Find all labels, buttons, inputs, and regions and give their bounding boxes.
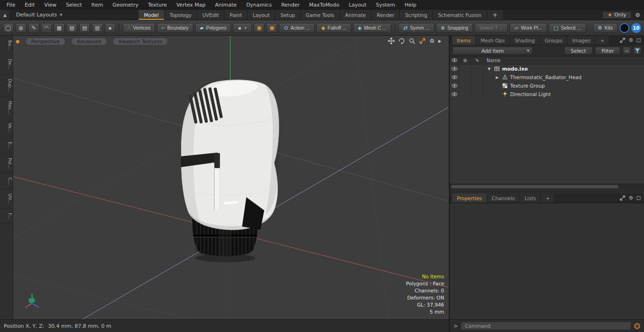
boundary-mode-button[interactable]: ⌐ Boundary <box>157 23 193 33</box>
viewport-canvas[interactable] <box>13 36 448 319</box>
expand-panel-icon[interactable] <box>620 38 625 43</box>
properties-tab[interactable]: Properties <box>452 194 487 202</box>
visibility-toggle[interactable] <box>450 65 459 73</box>
toolbox-category-tab[interactable]: Ba... <box>0 36 13 55</box>
properties-tab[interactable]: Channels <box>487 194 520 202</box>
panel-thumb-icon[interactable] <box>636 38 641 42</box>
render-cell[interactable] <box>471 73 484 81</box>
collapse-all-button[interactable]: − <box>623 47 631 55</box>
mesh-name-cell[interactable]: ▶ Thermostatic_Radiator_Head <box>484 73 644 81</box>
symmetry-button[interactable]: ⇄ Symm ... <box>398 23 434 33</box>
menu-item[interactable]: MaxToModo <box>305 0 344 10</box>
visibility-column-header[interactable] <box>450 57 459 64</box>
layout-tab[interactable]: Animate <box>340 10 372 20</box>
item-mode-dropdown[interactable]: ● ▼ <box>233 23 252 33</box>
properties-tab[interactable]: Lists <box>520 194 541 202</box>
viewport-3d[interactable]: Perspective Advanced Viewport Textures ⚙… <box>13 36 449 319</box>
expander-closed-icon[interactable]: ▶ <box>495 75 500 80</box>
pen-tool-button[interactable]: ✎ <box>28 23 39 33</box>
menu-item[interactable]: Texture <box>143 0 172 10</box>
expander-open-icon[interactable]: ▼ <box>487 67 492 71</box>
array-tool-button[interactable]: ▤ <box>79 23 90 33</box>
item-list-tab[interactable]: Shading <box>510 36 540 45</box>
setup-cell[interactable] <box>459 90 471 98</box>
render-cell[interactable] <box>471 65 484 73</box>
menu-item[interactable]: System <box>371 0 400 10</box>
setup-cell[interactable] <box>459 73 471 81</box>
perspective-view-button[interactable]: Perspective <box>26 38 65 45</box>
layout-tab[interactable]: Topology <box>165 10 197 20</box>
expand-panel-icon[interactable] <box>620 195 625 201</box>
menu-item[interactable]: Animate <box>210 0 241 10</box>
command-input[interactable] <box>461 322 631 330</box>
filter-button[interactable]: Filter <box>595 47 620 55</box>
action-center-button[interactable]: ⊙ Action ... <box>279 23 314 33</box>
menu-item[interactable]: Layout <box>344 0 371 10</box>
name-column-header[interactable]: Name <box>484 57 644 64</box>
select-button[interactable]: Select <box>564 47 593 55</box>
setup-cell[interactable] <box>459 81 471 90</box>
menu-item[interactable]: Vertex Map <box>172 0 210 10</box>
layout-tab[interactable]: Schematic Fusion <box>433 10 487 20</box>
panel-thumb-icon[interactable] <box>636 196 641 200</box>
toolbox-category-tab[interactable]: Ve... <box>0 119 13 138</box>
tree-row-mesh[interactable]: ▶ Thermostatic_Radiator_Head <box>450 73 644 81</box>
panel-gear-icon[interactable]: ⚙ <box>628 37 633 43</box>
pan-icon[interactable] <box>388 38 395 44</box>
toolbox-category-tab[interactable]: E... <box>0 138 13 154</box>
menu-item[interactable]: Edit <box>20 0 39 10</box>
texture-group-name-cell[interactable]: Texture Group <box>484 81 644 90</box>
render-cell[interactable] <box>471 90 484 98</box>
maximize-viewport-icon[interactable] <box>419 38 426 44</box>
viewport-options-arrow-icon[interactable]: ▶ <box>438 39 441 43</box>
tree-horizontal-scrollbar[interactable] <box>450 184 644 189</box>
cube-tool-button[interactable]: ▦ <box>54 23 65 33</box>
item-list-tab[interactable]: Mesh Ops <box>476 36 510 45</box>
properties-tab[interactable]: + <box>541 194 555 202</box>
only-button[interactable]: ★ Only <box>603 11 631 19</box>
filter-funnel-button[interactable] <box>633 47 641 55</box>
mesh-constraint-button[interactable]: ◈ Mesh C ... <box>353 23 391 33</box>
radiator-head-model[interactable] <box>181 79 280 262</box>
layout-tab[interactable]: Scripting <box>400 10 433 20</box>
globe-tool-button[interactable]: ◍ <box>16 23 26 33</box>
selection-sets-button[interactable]: ▢ Selecti ... <box>549 23 586 33</box>
arc-tool-button[interactable]: ◠ <box>41 23 52 33</box>
tool-preset-button-2[interactable]: ▣ <box>266 23 277 33</box>
layout-tab[interactable]: Model <box>139 10 165 20</box>
macro-record-icon[interactable] <box>634 323 640 329</box>
mirror-tool-button[interactable]: ▧ <box>66 23 77 33</box>
falloff-button[interactable]: ◆ Falloff ... <box>316 23 351 33</box>
scrollbar-thumb[interactable] <box>451 185 618 188</box>
visibility-toggle[interactable] <box>450 73 459 81</box>
menu-item[interactable]: File <box>2 0 20 10</box>
toolbox-category-tab[interactable]: Pol... <box>0 154 13 173</box>
shading-mode-button[interactable]: Advanced <box>72 38 107 45</box>
toolbox-category-tab[interactable]: C... <box>0 173 13 190</box>
panel-up-icon[interactable]: ▲ <box>0 10 10 20</box>
layout-tab[interactable]: UVEdit <box>197 10 224 20</box>
bevel-tool-button[interactable]: ▥ <box>92 23 103 33</box>
menu-item[interactable]: Help <box>400 0 421 10</box>
orbit-icon[interactable] <box>398 38 405 44</box>
layout-preset-dropdown[interactable]: Default Layouts ▼ <box>10 10 68 20</box>
item-list-tab[interactable]: Images <box>568 36 595 45</box>
toolbox-category-tab[interactable]: UV... <box>0 189 13 208</box>
layout-tab[interactable]: Setup <box>275 10 301 20</box>
menu-item[interactable]: Item <box>87 0 108 10</box>
menu-item[interactable]: Dynamics <box>241 0 276 10</box>
toolbox-category-tab[interactable]: F... <box>0 209 13 224</box>
visibility-toggle[interactable] <box>450 81 459 90</box>
tree-row-texture-group[interactable]: Texture Group <box>450 81 644 90</box>
menu-item[interactable]: Geometry <box>108 0 143 10</box>
setup-cell[interactable] <box>459 65 471 73</box>
toolbox-category-tab[interactable]: Mes... <box>0 97 13 119</box>
add-item-dropdown[interactable]: Add Item ▼ <box>453 47 533 55</box>
tree-row-directional-light[interactable]: Directional Light <box>450 90 644 98</box>
select-through-button[interactable]: Select T ... <box>475 23 508 33</box>
add-layout-tab-button[interactable]: + <box>487 10 503 20</box>
vertices-mode-button[interactable]: ∴ Vertices <box>123 23 155 33</box>
layout-tab[interactable]: Paint <box>224 10 248 20</box>
sphere-widget-button[interactable]: ● <box>105 23 116 33</box>
snapping-button[interactable]: ⊕ Snapping <box>436 23 473 33</box>
